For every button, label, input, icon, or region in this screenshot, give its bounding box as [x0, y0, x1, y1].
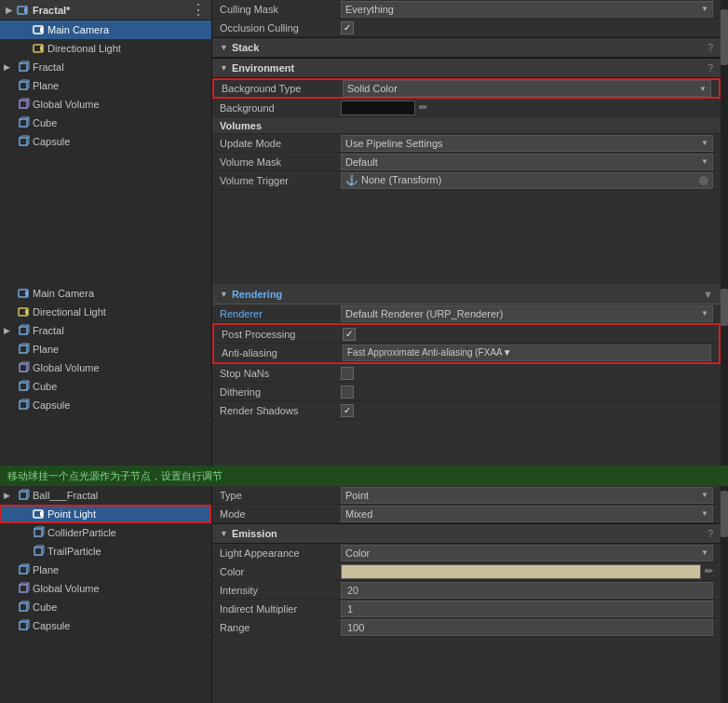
- tree-item-main-camera-mid[interactable]: Main Camera: [0, 284, 211, 303]
- occlusion-culling-checkbox[interactable]: ✓: [341, 21, 354, 34]
- type-row: Type Point ▼: [212, 486, 721, 505]
- stack-help: ?: [708, 42, 713, 53]
- mode-dropdown[interactable]: Mixed ▼: [341, 506, 713, 522]
- tree-item-fractal[interactable]: ▶ Fractal: [0, 58, 211, 76]
- capsule-label: Capsule: [33, 136, 70, 147]
- stop-nans-checkbox[interactable]: [341, 367, 354, 380]
- post-processing-checkbox[interactable]: ✓: [343, 328, 356, 341]
- fractal-mid-arrow: ▶: [4, 326, 15, 335]
- tree-item-collider-particle[interactable]: ColliderParticle: [0, 523, 211, 542]
- light-appearance-text: Color: [345, 548, 370, 559]
- render-shadows-checkbox[interactable]: ✓: [341, 404, 354, 417]
- renderer-value: Default Renderer (URP_Renderer) ▼: [341, 305, 713, 322]
- intensity-label: Intensity: [220, 585, 341, 596]
- render-shadows-label: Render Shadows: [220, 405, 341, 416]
- type-dropdown[interactable]: Point ▼: [341, 487, 713, 504]
- tree-item-directional-light[interactable]: Directional Light: [0, 39, 211, 58]
- stop-nans-value: [341, 367, 713, 380]
- background-color-swatch[interactable]: [341, 101, 415, 115]
- background-pencil-icon[interactable]: ✏: [419, 101, 427, 114]
- plane-label: Plane: [33, 80, 59, 91]
- svg-marker-1: [24, 7, 27, 14]
- svg-rect-90: [20, 566, 27, 574]
- indirect-multiplier-value: 1: [341, 601, 713, 617]
- dithering-checkbox[interactable]: [341, 385, 354, 399]
- camera-icon-1: [32, 23, 45, 36]
- tree-item-plane-mid[interactable]: Plane: [0, 340, 211, 358]
- rendering-section-header[interactable]: ▼ Rendering ▼: [212, 284, 721, 304]
- scrollbar-mid[interactable]: [721, 284, 728, 466]
- tree-item-cube-bottom[interactable]: Cube: [0, 598, 211, 616]
- color-value: ✏: [341, 564, 713, 579]
- hierarchy-title-top: ▶ Fractal*: [6, 4, 70, 17]
- fractal-mid-label: Fractal: [33, 325, 64, 336]
- range-row: Range 100: [212, 618, 721, 637]
- svg-marker-5: [40, 45, 43, 52]
- renderer-text: Default Renderer (URP_Renderer): [345, 308, 503, 319]
- renderer-dropdown[interactable]: Default Renderer (URP_Renderer) ▼: [341, 305, 713, 322]
- dithering-value: [341, 385, 713, 399]
- light-appearance-dropdown[interactable]: Color ▼: [341, 545, 713, 561]
- tree-item-capsule[interactable]: Capsule: [0, 132, 211, 151]
- renderer-label: Renderer: [220, 308, 341, 319]
- anti-aliasing-dropdown[interactable]: Fast Approximate Anti-aliasing (FXAA▼: [343, 345, 711, 361]
- environment-section-header[interactable]: ▼ Environment ?: [212, 58, 721, 78]
- tree-item-cube[interactable]: Cube: [0, 114, 211, 132]
- svg-marker-77: [40, 510, 43, 518]
- color-pencil-icon[interactable]: ✏: [705, 565, 713, 577]
- directional-light-label: Directional Light: [47, 43, 121, 54]
- scrollbar-top[interactable]: [721, 0, 728, 284]
- top-section: ▶ Fractal* ⋮ Main Camera: [0, 0, 728, 284]
- background-type-dropdown[interactable]: Solid Color ▼: [343, 80, 711, 97]
- tree-item-dlight-mid[interactable]: Directional Light: [0, 303, 211, 321]
- mode-value: Mixed ▼: [341, 506, 713, 522]
- middle-section: Main Camera Directional Light ▶ Fractal: [0, 284, 728, 466]
- tree-item-capsule-bottom[interactable]: Capsule: [0, 616, 211, 635]
- hierarchy-panel-mid: Main Camera Directional Light ▶ Fractal: [0, 284, 212, 466]
- indirect-multiplier-input[interactable]: 1: [341, 601, 713, 617]
- rendering-arrow: ▼: [220, 290, 228, 299]
- update-mode-value: Use Pipeline Settings ▼: [341, 135, 713, 152]
- tree-item-gvol-mid[interactable]: Global Volume: [0, 358, 211, 377]
- tree-item-capsule-mid[interactable]: Capsule: [0, 396, 211, 414]
- hierarchy-dots-top[interactable]: ⋮: [191, 1, 206, 19]
- update-mode-dropdown[interactable]: Use Pipeline Settings ▼: [341, 135, 713, 152]
- svg-rect-58: [20, 383, 27, 390]
- background-type-text: Solid Color: [347, 83, 398, 94]
- capsule-icon-mid: [17, 399, 30, 412]
- tree-item-fractal-mid[interactable]: ▶ Fractal: [0, 321, 211, 340]
- color-swatch-light[interactable]: [341, 564, 701, 579]
- emission-section-header[interactable]: ▼ Emission ?: [212, 523, 721, 544]
- tree-item-ball-fractal[interactable]: ▶ Ball___Fractal: [0, 486, 211, 505]
- intensity-input[interactable]: 20: [341, 582, 713, 599]
- tree-item-main-camera[interactable]: Main Camera: [0, 20, 211, 39]
- env-help: ?: [708, 62, 713, 74]
- scrollbar-bottom[interactable]: [721, 486, 728, 703]
- anti-aliasing-value: Fast Approximate Anti-aliasing (FXAA▼: [343, 345, 711, 361]
- gvol-icon: [17, 98, 30, 111]
- culling-mask-label: Culling Mask: [220, 4, 341, 15]
- range-label: Range: [220, 622, 341, 633]
- post-processing-row: Post Processing ✓: [214, 325, 719, 344]
- tree-item-point-light[interactable]: Point Light: [0, 505, 211, 523]
- culling-mask-dropdown[interactable]: Everything ▼: [341, 1, 713, 18]
- ball-fractal-icon: [17, 489, 30, 502]
- cube-icon-mid: [17, 380, 30, 393]
- range-value: 100: [341, 619, 713, 636]
- tree-item-cube-mid[interactable]: Cube: [0, 377, 211, 396]
- light-appearance-row: Light Appearance Color ▼: [212, 544, 721, 562]
- fractal-icon-mid: [17, 324, 30, 337]
- tree-item-trail-particle[interactable]: TrailParticle: [0, 542, 211, 561]
- tree-item-plane-bottom[interactable]: Plane: [0, 561, 211, 579]
- volume-mask-dropdown[interactable]: Default ▼: [341, 154, 713, 170]
- volume-mask-row: Volume Mask Default ▼: [212, 153, 721, 171]
- mode-row: Mode Mixed ▼: [212, 505, 721, 523]
- point-light-icon: [32, 507, 45, 520]
- stack-section-header[interactable]: ▼ Stack ?: [212, 37, 721, 58]
- tree-item-plane[interactable]: Plane: [0, 76, 211, 95]
- tree-item-gvol-bottom[interactable]: Global Volume: [0, 579, 211, 598]
- fractal-tree-arrow: ▶: [4, 62, 15, 72]
- tree-item-global-volume[interactable]: Global Volume: [0, 95, 211, 114]
- range-input[interactable]: 100: [341, 619, 713, 636]
- volume-trigger-dropdown[interactable]: ⚓ None (Transform) ◎: [341, 172, 713, 189]
